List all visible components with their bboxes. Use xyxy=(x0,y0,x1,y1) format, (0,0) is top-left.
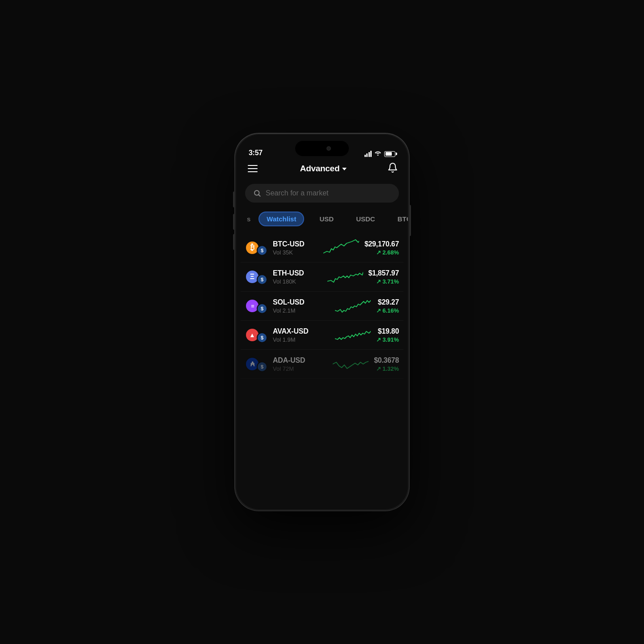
eth-price-value: $1,857.97 xyxy=(369,269,399,277)
market-row-ada[interactable]: ₳ $ ADA-USD Vol 72M $0.3678 ↗ 1.32% xyxy=(241,350,403,379)
search-placeholder: Search for a market xyxy=(266,189,329,197)
btc-price: $29,170.67 ↗ 2.68% xyxy=(364,240,399,256)
filter-tab-btc[interactable]: BTC xyxy=(390,212,408,225)
eth-name: ETH-USD xyxy=(273,269,322,277)
status-time: 3:57 xyxy=(249,149,263,157)
btc-price-value: $29,170.67 xyxy=(364,240,399,248)
battery-icon xyxy=(384,151,395,157)
sol-volume: Vol 2.1M xyxy=(273,307,330,314)
eth-info: ETH-USD Vol 180K xyxy=(273,269,322,285)
btc-info: BTC-USD Vol 35K xyxy=(273,240,318,256)
eth-price-change: ↗ 3.71% xyxy=(369,278,399,285)
btc-coin-icons: ₿ $ xyxy=(245,240,267,256)
ada-info: ADA-USD Vol 72M xyxy=(273,356,327,372)
eth-volume: Vol 180K xyxy=(273,278,322,285)
market-list: ₿ $ BTC-USD Vol 35K $29,170.67 ↗ 2.68% xyxy=(236,233,408,505)
avax-price-change: ↗ 3.91% xyxy=(376,336,399,343)
menu-button[interactable] xyxy=(246,163,259,174)
btc-name: BTC-USD xyxy=(273,240,318,248)
ada-price: $0.3678 ↗ 1.32% xyxy=(374,356,399,372)
eth-price: $1,857.97 ↗ 3.71% xyxy=(369,269,399,285)
btc-volume: Vol 35K xyxy=(273,249,318,256)
ada-price-change: ↗ 1.32% xyxy=(374,365,399,372)
camera-dot xyxy=(326,146,331,151)
sol-coin-icons: ≡ $ xyxy=(245,298,267,314)
avax-secondary-icon: $ xyxy=(257,332,267,343)
app-content: 3:57 xyxy=(236,135,408,509)
sol-chart xyxy=(335,297,371,315)
market-row-sol[interactable]: ≡ $ SOL-USD Vol 2.1M $29.27 ↗ 6.16% xyxy=(241,292,403,321)
market-row-eth[interactable]: Ξ $ ETH-USD Vol 180K $1,857.97 ↗ 3.71% xyxy=(241,263,403,292)
sol-secondary-icon: $ xyxy=(257,303,267,314)
ada-volume: Vol 72M xyxy=(273,365,327,372)
filter-tab-partial: s xyxy=(245,212,250,225)
search-icon xyxy=(253,189,261,197)
ada-secondary-icon: $ xyxy=(257,361,267,372)
chevron-down-icon xyxy=(342,168,347,170)
sol-info: SOL-USD Vol 2.1M xyxy=(273,298,330,314)
avax-price-value: $19.80 xyxy=(376,327,399,335)
avax-info: AVAX-USD Vol 1.9M xyxy=(273,327,330,343)
dynamic-island xyxy=(295,141,349,156)
eth-secondary-icon: $ xyxy=(257,274,267,285)
filter-tab-usd[interactable]: USD xyxy=(312,212,341,225)
market-row-avax[interactable]: ▲ $ AVAX-USD Vol 1.9M $19.80 ↗ 3.91% xyxy=(241,321,403,350)
btc-price-change: ↗ 2.68% xyxy=(364,249,399,256)
eth-chart xyxy=(327,268,363,286)
filter-tab-watchlist[interactable]: Watchlist xyxy=(258,212,304,226)
sol-price-change: ↗ 6.16% xyxy=(376,307,399,314)
avax-coin-icons: ▲ $ xyxy=(245,327,267,343)
signal-bars-icon xyxy=(364,151,372,157)
ada-price-value: $0.3678 xyxy=(374,356,399,364)
phone-frame: 3:57 xyxy=(235,133,409,511)
sol-price: $29.27 ↗ 6.16% xyxy=(376,298,399,314)
wifi-icon xyxy=(374,150,381,157)
avax-volume: Vol 1.9M xyxy=(273,336,330,343)
btc-chart xyxy=(323,239,359,257)
filter-tab-usdc[interactable]: USDC xyxy=(349,212,382,225)
search-bar[interactable]: Search for a market xyxy=(245,184,399,203)
avax-chart xyxy=(335,326,371,344)
sol-name: SOL-USD xyxy=(273,298,330,306)
avax-price: $19.80 ↗ 3.91% xyxy=(376,327,399,343)
sol-price-value: $29.27 xyxy=(376,298,399,306)
avax-name: AVAX-USD xyxy=(273,327,330,335)
header-title-text: Advanced xyxy=(300,164,339,174)
search-container: Search for a market xyxy=(236,181,408,210)
btc-secondary-icon: $ xyxy=(257,245,267,256)
header-title-group[interactable]: Advanced xyxy=(300,164,347,174)
ada-name: ADA-USD xyxy=(273,356,327,364)
status-icons xyxy=(364,151,396,157)
market-row-btc[interactable]: ₿ $ BTC-USD Vol 35K $29,170.67 ↗ 2.68% xyxy=(241,233,403,263)
filter-tabs: s Watchlist USD USDC BTC DAI ETH xyxy=(236,210,408,233)
ada-coin-icons: ₳ $ xyxy=(245,356,267,372)
svg-line-1 xyxy=(258,195,260,196)
eth-coin-icons: Ξ $ xyxy=(245,269,267,285)
bell-button[interactable] xyxy=(387,162,398,175)
phone-screen: 3:57 xyxy=(236,135,408,509)
ada-chart xyxy=(333,355,369,373)
